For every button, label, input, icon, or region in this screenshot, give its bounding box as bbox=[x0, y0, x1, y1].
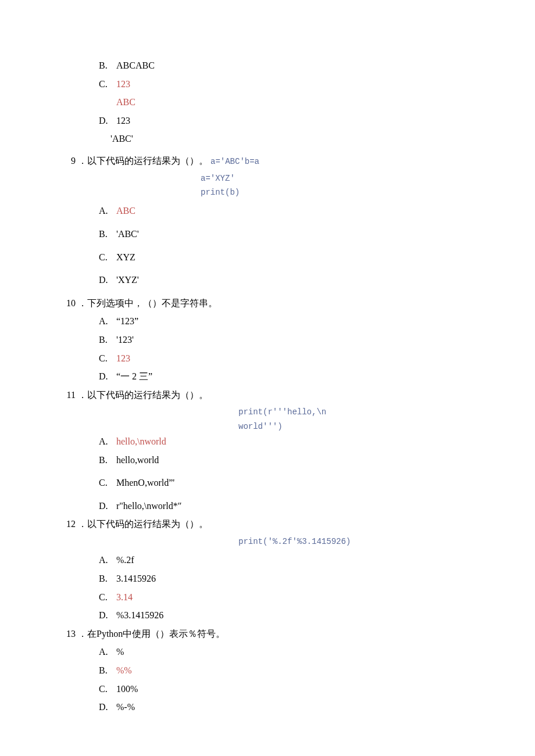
q10-option-a: A. “123” bbox=[99, 314, 483, 329]
option-letter: B. bbox=[99, 332, 116, 347]
q12-code-line1: print('%.2f'%3.1415926) bbox=[238, 535, 483, 548]
option-letter: A. bbox=[99, 434, 116, 449]
code-inline: a='ABC'b=a bbox=[211, 155, 259, 168]
q13-option-c: C. 100% bbox=[99, 682, 483, 697]
option-text: %3.1415926 bbox=[116, 608, 483, 623]
q12: 12 ．以下代码的运行结果为（）。 bbox=[52, 517, 483, 532]
q11-code-line2: world''') bbox=[238, 420, 483, 433]
q11-option-a: A. hello,\nworld bbox=[99, 434, 483, 449]
option-text: 'XYZ' bbox=[116, 273, 483, 288]
question-stem: ．在Python中使用（）表示％符号。 bbox=[78, 626, 483, 642]
option-letter: B. bbox=[99, 227, 116, 242]
option-text: ABC bbox=[116, 203, 483, 218]
option-text: 3.14 bbox=[116, 590, 483, 605]
question-number: 10 bbox=[52, 296, 76, 311]
option-text: 3.1415926 bbox=[116, 571, 483, 586]
q9: 9 ．以下代码的运行结果为（）。 a='ABC'b=a bbox=[52, 153, 483, 169]
q11-code-line1: print(r'''hello,\n bbox=[238, 406, 483, 418]
document-page: B. ABCABC C. 123 ABC D. 123 'ABC' 9 ．以下代… bbox=[0, 0, 535, 756]
q9-option-d: D. 'XYZ' bbox=[99, 273, 483, 288]
q9-option-c: C. XYZ bbox=[99, 250, 483, 265]
q11: 11 ．以下代码的运行结果为（）。 bbox=[52, 388, 483, 403]
option-letter: D. bbox=[99, 499, 116, 514]
option-letter: C. bbox=[99, 682, 116, 697]
option-text: 100% bbox=[116, 682, 483, 697]
question-number: 11 bbox=[52, 388, 76, 403]
q8-option-c-line2: ABC bbox=[116, 95, 483, 110]
option-letter: C. bbox=[99, 590, 116, 605]
question-number: 12 bbox=[52, 517, 76, 532]
option-text: hello,\nworld bbox=[116, 434, 483, 449]
q12-option-d: D. %3.1415926 bbox=[99, 608, 483, 623]
option-letter: D. bbox=[99, 273, 116, 288]
q11-option-c: C. MhenO,world”' bbox=[99, 475, 483, 490]
option-text: MhenO,world”' bbox=[116, 475, 483, 490]
option-letter: C. bbox=[99, 77, 116, 92]
option-text: '123' bbox=[116, 332, 483, 347]
q13: 13 ．在Python中使用（）表示％符号。 bbox=[52, 626, 483, 642]
q8-option-c: C. 123 bbox=[99, 77, 483, 92]
option-letter: D. bbox=[99, 369, 116, 384]
q13-option-a: A. % bbox=[99, 644, 483, 660]
option-letter: D. bbox=[99, 700, 116, 715]
option-letter: A. bbox=[99, 314, 116, 329]
question-stem: ．下列选项中，（）不是字符串。 bbox=[78, 296, 483, 311]
q11-option-d: D. r"hello,\nworld*″ bbox=[99, 499, 483, 514]
option-letter: D. bbox=[99, 113, 116, 128]
q13-option-d: D. %-% bbox=[99, 700, 483, 715]
q13-option-b: B. %% bbox=[99, 663, 483, 678]
option-letter: B. bbox=[99, 453, 116, 468]
option-text: “一 2 三” bbox=[116, 369, 483, 384]
option-letter: A. bbox=[99, 644, 116, 660]
q12-option-c: C. 3.14 bbox=[99, 590, 483, 605]
question-stem: ．以下代码的运行结果为（）。 bbox=[78, 388, 483, 403]
q8-option-d: D. 123 bbox=[99, 113, 483, 128]
q12-option-b: B. 3.1415926 bbox=[99, 571, 483, 586]
option-letter: C. bbox=[99, 250, 116, 265]
option-text: 123 bbox=[116, 77, 483, 92]
option-text: % bbox=[116, 644, 483, 660]
option-text: %-% bbox=[116, 700, 483, 715]
question-number: 13 bbox=[52, 626, 76, 642]
q8-option-d-line2: 'ABC' bbox=[110, 131, 483, 146]
option-text: “123” bbox=[116, 314, 483, 329]
q10: 10 ．下列选项中，（）不是字符串。 bbox=[52, 296, 483, 311]
option-letter: A. bbox=[99, 203, 116, 218]
q10-option-d: D. “一 2 三” bbox=[99, 369, 483, 384]
q11-option-b: B. hello,world bbox=[99, 453, 483, 468]
option-letter: D. bbox=[99, 608, 116, 623]
option-text: XYZ bbox=[116, 250, 483, 265]
q8-option-b: B. ABCABC bbox=[99, 58, 483, 73]
q10-option-b: B. '123' bbox=[99, 332, 483, 347]
q9-code-line2: a='XYZ' bbox=[201, 172, 483, 185]
question-stem: ．以下代码的运行结果为（）。 a='ABC'b=a bbox=[78, 153, 483, 169]
option-text: ABCABC bbox=[116, 58, 483, 73]
option-text: hello,world bbox=[116, 453, 483, 468]
q10-option-c: C. 123 bbox=[99, 351, 483, 366]
stem-text: ．以下代码的运行结果为（）。 bbox=[78, 153, 208, 169]
option-text: 123 bbox=[116, 113, 483, 128]
option-text: r"hello,\nworld*″ bbox=[116, 499, 483, 514]
option-letter: B. bbox=[99, 58, 116, 73]
option-letter: C. bbox=[99, 475, 116, 490]
option-text: %% bbox=[116, 663, 483, 678]
q9-option-a: A. ABC bbox=[99, 203, 483, 218]
q9-option-b: B. 'ABC' bbox=[99, 227, 483, 242]
option-letter: B. bbox=[99, 571, 116, 586]
option-letter: A. bbox=[99, 553, 116, 568]
option-text: 'ABC' bbox=[116, 227, 483, 242]
option-letter: C. bbox=[99, 351, 116, 366]
question-stem: ．以下代码的运行结果为（）。 bbox=[78, 517, 483, 532]
q12-option-a: A. %.2f bbox=[99, 553, 483, 568]
option-letter: B. bbox=[99, 663, 116, 678]
option-text: 123 bbox=[116, 351, 483, 366]
question-number: 9 bbox=[52, 153, 76, 169]
option-text: %.2f bbox=[116, 553, 483, 568]
q9-code-line3: print(b) bbox=[201, 186, 483, 199]
